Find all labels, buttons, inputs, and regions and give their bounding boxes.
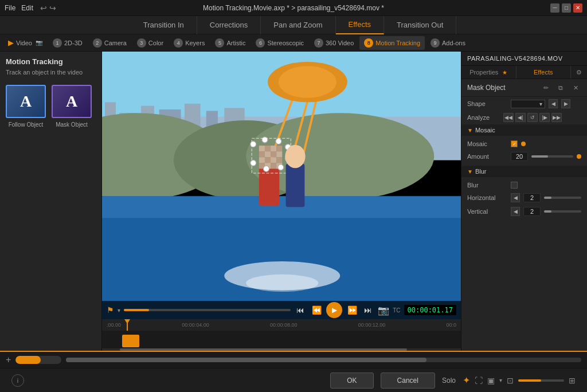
shape-step-right-button[interactable]: ▶ <box>561 99 570 108</box>
blur-collapse-icon[interactable]: ▼ <box>467 168 473 175</box>
follow-object-label: Follow Object <box>9 121 44 128</box>
tab-transition-in[interactable]: Transition In <box>131 16 197 34</box>
subtab-2d3d[interactable]: 1 2D-3D <box>48 36 87 50</box>
follow-object-item[interactable]: A Follow Object <box>6 85 46 128</box>
link-icon[interactable]: ⛶ <box>475 376 483 385</box>
subtab-video[interactable]: ▶ Video 📷 <box>3 36 47 50</box>
subtab-360video[interactable]: 7 360 Video <box>310 36 358 50</box>
amount-keyframe-dot[interactable] <box>577 154 581 159</box>
vertical-decrease-button[interactable]: ◀ <box>511 207 520 216</box>
vertical-value[interactable]: 2 <box>523 207 541 216</box>
undo-button[interactable]: ↩ <box>40 3 47 13</box>
horizontal-value[interactable]: 2 <box>523 193 541 202</box>
analyze-next-button[interactable]: |▶ <box>539 113 550 122</box>
monitor-icon[interactable]: ▣ <box>487 376 495 385</box>
tab-pan-and-zoom[interactable]: Pan and Zoom <box>261 16 335 34</box>
vertical-slider[interactable] <box>544 210 581 213</box>
tab-effects[interactable]: Effects <box>336 16 385 34</box>
horizontal-slider[interactable] <box>544 197 581 199</box>
rpanel-tab-properties[interactable]: Properties ★ <box>461 66 516 79</box>
subtab-camera[interactable]: 2 Camera <box>88 36 131 50</box>
mosaic-keyframe-dot[interactable] <box>521 142 526 146</box>
timeline-ruler[interactable]: :00.00 00:00:04.00 00:00:08.00 00:00:12.… <box>102 319 461 331</box>
mosaic-collapse-icon[interactable]: ▼ <box>467 127 473 134</box>
shape-step-left-button[interactable]: ◀ <box>549 99 558 108</box>
shape-dropdown[interactable]: ▾ <box>511 100 545 108</box>
timeline-track[interactable] <box>102 331 461 351</box>
bottom-bar: + <box>0 351 587 368</box>
mask-object-text: Mask Object <box>467 84 506 92</box>
cancel-button[interactable]: Cancel <box>381 373 435 389</box>
analyze-prev-button[interactable]: ◀| <box>515 113 526 122</box>
svg-rect-30 <box>259 157 265 163</box>
subtab-addons-label: Add-ons <box>442 40 465 46</box>
vertical-row: Vertical ◀ 2 <box>467 205 581 218</box>
go-to-start-button[interactable]: ⏮ <box>294 304 307 316</box>
blur-checkbox[interactable] <box>511 182 518 189</box>
vertical-label: Vertical <box>467 208 507 215</box>
blur-label: Blur <box>467 182 507 189</box>
maximize-button[interactable]: □ <box>562 3 571 13</box>
zoom-slider[interactable] <box>518 379 564 382</box>
svg-rect-20 <box>259 166 279 205</box>
svg-rect-36 <box>271 163 276 168</box>
subtab-keyers[interactable]: 4 Keyers <box>169 36 209 50</box>
mosaic-checkbox[interactable]: ✓ <box>511 140 518 147</box>
menu-edit[interactable]: Edit <box>21 4 33 12</box>
mask-object-item[interactable]: A Mask Object <box>52 85 92 128</box>
action-bar: i OK Cancel Solo ✦ ⛶ ▣ ▾ ⊡ ⊞ <box>0 368 587 392</box>
video-cam-icon: 📷 <box>36 40 42 46</box>
bottom-scrollbar[interactable] <box>66 358 581 362</box>
dropdown-arrow-icon[interactable]: ▾ <box>118 307 120 313</box>
subtab-color[interactable]: 3 Color <box>132 36 168 50</box>
horizontal-decrease-button[interactable]: ◀ <box>511 193 520 202</box>
redo-button[interactable]: ↪ <box>49 3 56 13</box>
subtab-stereoscopic-num: 6 <box>256 38 265 48</box>
subtab-artistic[interactable]: 5 Artistic <box>210 36 250 50</box>
mask-edit-icon[interactable]: ✏ <box>540 82 551 93</box>
horizontal-row: Horizontal ◀ 2 <box>467 191 581 205</box>
ok-button[interactable]: OK <box>330 373 373 389</box>
follow-object-thumb[interactable]: A <box>6 85 46 118</box>
minimize-button[interactable]: ─ <box>550 3 559 13</box>
progress-bar[interactable] <box>124 309 291 311</box>
tab-transition-out[interactable]: Transition Out <box>384 16 456 34</box>
camera-capture-icon[interactable]: 📷 <box>378 305 389 316</box>
bottom-progress-bar <box>15 356 61 364</box>
analyze-prev-start-button[interactable]: ◀◀ <box>503 113 514 122</box>
analyze-next-end-button[interactable]: ▶▶ <box>551 113 562 122</box>
tab-corrections[interactable]: Corrections <box>197 16 261 34</box>
close-button[interactable]: ✕ <box>573 3 582 13</box>
fullscreen-icon[interactable]: ⊞ <box>569 376 576 385</box>
step-back-button[interactable]: ⏪ <box>310 304 323 316</box>
play-button[interactable]: ▶ <box>326 302 342 318</box>
rpanel-tab-effects[interactable]: Effects <box>516 66 572 79</box>
go-to-end-button[interactable]: ⏭ <box>362 304 374 316</box>
dual-monitor-icon[interactable]: ⊡ <box>507 376 514 385</box>
amount-value[interactable]: 20 <box>511 152 528 161</box>
timeline-clip[interactable] <box>122 335 139 347</box>
mask-copy-icon[interactable]: ⧉ <box>555 82 566 93</box>
playhead[interactable] <box>127 319 128 331</box>
subtab-addons[interactable]: 9 Add-ons <box>426 36 470 50</box>
monitor-dropdown-icon[interactable]: ▾ <box>499 377 502 383</box>
menu-file[interactable]: File <box>5 4 15 12</box>
compass-icon[interactable]: ✦ <box>463 375 470 386</box>
info-button[interactable]: i <box>11 374 24 387</box>
analyze-label: Analyze <box>467 114 502 121</box>
subtab-keyers-num: 4 <box>174 38 183 48</box>
mosaic-row: Mosaic ✓ <box>467 138 581 150</box>
panel-settings-icon[interactable]: ⚙ <box>573 66 585 78</box>
analyze-reset-button[interactable]: ↺ <box>527 113 538 122</box>
bottom-progress-fill <box>15 356 41 364</box>
mask-object-thumb[interactable]: A <box>52 85 92 118</box>
mask-delete-icon[interactable]: ✕ <box>570 82 581 93</box>
step-forward-button[interactable]: ⏩ <box>346 304 358 316</box>
plus-icon[interactable]: + <box>6 355 11 365</box>
mark-4: 00:00:04.00 <box>182 322 209 328</box>
subtab-motion-tracking[interactable]: 8 Motion Tracking <box>359 36 425 50</box>
amount-slider[interactable] <box>531 155 573 158</box>
subtab-stereoscopic[interactable]: 6 Stereoscopic <box>251 36 308 50</box>
top-tab-bar: Transition In Corrections Pan and Zoom E… <box>0 16 587 34</box>
flag-icon[interactable]: ⚑ <box>107 305 114 315</box>
